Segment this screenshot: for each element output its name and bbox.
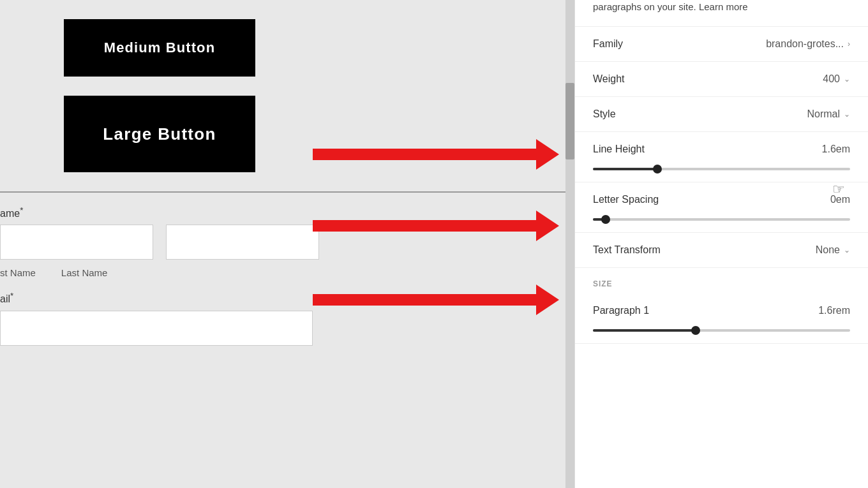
panel-intro-text: paragraphs on your site. Learn more (575, 0, 868, 27)
letter-spacing-slider-row[interactable] (575, 211, 868, 233)
weight-chevron-icon: ⌄ (844, 75, 850, 84)
weight-row[interactable]: Weight 400 ⌄ (575, 62, 868, 97)
large-button[interactable]: Large Button (64, 96, 255, 172)
style-label: Style (593, 108, 616, 120)
arrow-head-1 (536, 139, 559, 170)
text-transform-label: Text Transform (593, 244, 661, 256)
scrollbar-track (565, 0, 574, 488)
arrow-line-3 (313, 294, 536, 306)
first-name-field-label: st Name (0, 267, 36, 278)
line-height-row[interactable]: Line Height 1.6em (575, 132, 868, 160)
left-panel: Medium Button Large Button ame* st Name … (0, 0, 574, 488)
arrow-head-2 (536, 211, 559, 241)
arrow-head-3 (536, 285, 559, 315)
scrollbar-thumb[interactable] (565, 83, 574, 159)
line-height-slider-fill (593, 168, 657, 170)
size-section-label: SIZE (575, 268, 868, 293)
medium-button[interactable]: Medium Button (64, 19, 255, 77)
last-name-input[interactable] (166, 225, 319, 260)
arrow-large-button (313, 139, 559, 170)
paragraph1-slider-track[interactable] (593, 329, 850, 332)
style-value[interactable]: Normal ⌄ (807, 108, 850, 120)
letter-spacing-slider-track[interactable] (593, 218, 850, 221)
paragraph1-slider-row[interactable] (575, 322, 868, 344)
first-name-input[interactable] (0, 225, 153, 260)
line-height-slider-row[interactable] (575, 160, 868, 182)
medium-button-wrap: Medium Button (64, 19, 549, 77)
line-height-slider-thumb[interactable] (653, 165, 662, 174)
style-row[interactable]: Style Normal ⌄ (575, 97, 868, 132)
text-transform-row[interactable]: Text Transform None ⌄ (575, 233, 868, 268)
letter-spacing-value: 0em (830, 194, 850, 205)
arrow-line-1 (313, 149, 536, 160)
paragraph1-row[interactable]: Paragraph 1 1.6rem (575, 293, 868, 322)
weight-label: Weight (593, 73, 625, 85)
line-height-slider-track[interactable] (593, 168, 850, 170)
family-row[interactable]: Family brandon-grotes... › (575, 27, 868, 62)
letter-spacing-slider-thumb[interactable] (601, 215, 610, 224)
line-height-value: 1.6em (822, 144, 850, 155)
arrow-line-2 (313, 220, 536, 232)
family-value[interactable]: brandon-grotes... › (766, 38, 850, 50)
weight-value[interactable]: 400 ⌄ (823, 73, 850, 85)
letter-spacing-row[interactable]: Letter Spacing 0em (575, 182, 868, 211)
family-label: Family (593, 38, 623, 50)
divider (0, 191, 574, 193)
last-name-field-label: Last Name (61, 267, 108, 278)
arrow-letter-spacing (313, 285, 559, 315)
email-input[interactable] (0, 311, 313, 346)
style-chevron-icon: ⌄ (844, 110, 850, 119)
paragraph1-label: Paragraph 1 (593, 305, 649, 316)
text-transform-chevron-icon: ⌄ (844, 246, 850, 255)
paragraph1-slider-fill (593, 329, 696, 332)
line-height-label: Line Height (593, 144, 645, 155)
letter-spacing-label: Letter Spacing (593, 194, 659, 205)
text-transform-value[interactable]: None ⌄ (816, 244, 850, 256)
family-chevron-icon: › (848, 40, 850, 48)
paragraph1-value: 1.6rem (818, 305, 850, 316)
arrow-line-height (313, 211, 559, 241)
paragraph1-slider-thumb[interactable] (691, 326, 700, 335)
right-panel: paragraphs on your site. Learn more Fami… (574, 0, 868, 488)
